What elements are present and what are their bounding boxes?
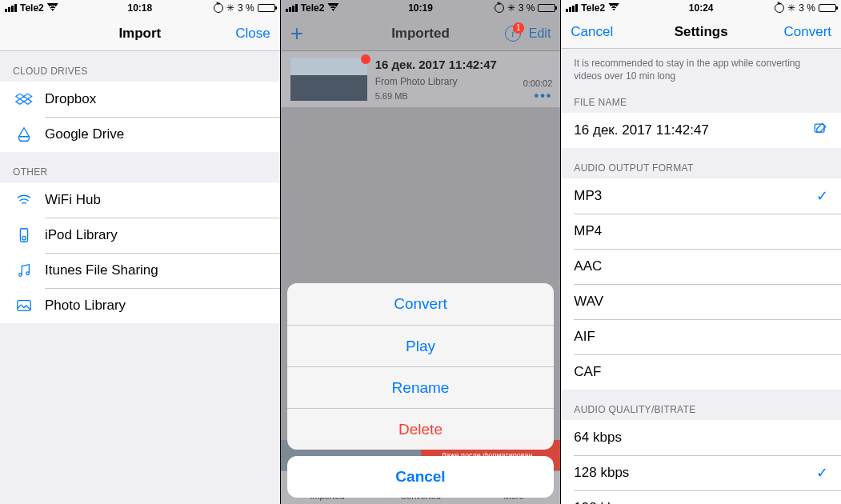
convert-button[interactable]: Convert <box>774 24 841 40</box>
signal-bars-icon <box>566 4 578 12</box>
bitrate-192-kbps[interactable]: 192 kbps <box>561 490 841 504</box>
file-name-value: 16 дек. 2017 11:42:47 <box>574 122 709 138</box>
row-label: iPod Library <box>45 227 118 243</box>
format-mp4[interactable]: MP4 <box>561 214 841 249</box>
source-wifi-hub[interactable]: WiFi Hub <box>0 182 280 218</box>
edit-icon[interactable] <box>812 121 828 141</box>
rotation-lock-icon <box>775 3 784 13</box>
source-photo-library[interactable]: Photo Library <box>0 288 280 323</box>
section-other: OTHER <box>0 152 280 182</box>
row-label: Dropbox <box>45 91 96 107</box>
source-dropbox[interactable]: Dropbox <box>0 82 280 117</box>
battery-pct: 3 % <box>238 2 254 14</box>
checkmark-icon: ✓ <box>816 187 828 205</box>
gdrive-icon <box>13 126 35 143</box>
battery-icon <box>819 4 836 12</box>
status-bar: Tele2 10:24 ✳︎ 3 % <box>561 0 841 15</box>
dropbox-icon <box>13 90 35 108</box>
row-label: Google Drive <box>45 126 124 142</box>
format-label: MP4 <box>574 223 602 239</box>
video-thumbnail <box>290 58 367 101</box>
format-wav[interactable]: WAV <box>561 284 841 319</box>
section-bitrate: AUDIO QUALITY/BITRATE <box>561 390 841 420</box>
bluetooth-icon: ✳︎ <box>787 2 795 14</box>
source-google-drive[interactable]: Google Drive <box>0 117 280 152</box>
status-bar: Tele2 10:18 ✳︎ 3 % <box>0 0 280 16</box>
format-label: AAC <box>574 258 602 274</box>
section-cloud-drives: CLOUD DRIVES <box>0 51 280 82</box>
bitrate-label: 64 kbps <box>574 430 622 446</box>
page-title: Import <box>118 26 161 42</box>
bitrate-128-kbps[interactable]: 128 kbps✓ <box>561 455 841 490</box>
nav-bar: Import Close <box>0 16 280 51</box>
svg-point-3 <box>26 272 30 275</box>
bluetooth-icon: ✳︎ <box>226 2 234 14</box>
rotation-lock-icon <box>214 3 223 13</box>
format-caf[interactable]: CAF <box>561 354 841 390</box>
section-file-name: FILE NAME <box>561 82 841 113</box>
file-item[interactable]: 16 дек. 2017 11:42:47 From Photo Library… <box>281 51 561 107</box>
sheet-play[interactable]: Play <box>287 325 555 366</box>
format-label: WAV <box>574 294 603 310</box>
battery-pct: 3 % <box>519 2 535 14</box>
sheet-delete[interactable]: Delete <box>287 408 555 450</box>
carrier-label: Tele2 <box>581 2 605 14</box>
more-button[interactable]: ••• <box>535 89 553 103</box>
screen-imported: Tele2 10:19 ✳︎ 3 % + Imported i 1 Edit 1… <box>281 0 561 504</box>
wifi-icon <box>47 2 58 14</box>
file-size: 5.69 MB <box>375 91 408 101</box>
rotation-lock-icon <box>495 3 504 13</box>
wifi-icon <box>608 2 619 14</box>
file-duration: 0:00:02 <box>523 78 553 88</box>
format-aif[interactable]: AIF <box>561 319 841 354</box>
bitrate-64-kbps[interactable]: 64 kbps <box>561 420 841 455</box>
battery-icon <box>538 4 555 12</box>
edit-button[interactable]: Edit <box>529 26 551 41</box>
section-audio-format: AUDIO OUTPUT FORMAT <box>561 148 841 178</box>
source-ipod-library[interactable]: iPod Library <box>0 218 280 253</box>
cancel-button[interactable]: Cancel <box>561 24 623 40</box>
file-name-row[interactable]: 16 дек. 2017 11:42:47 <box>561 113 841 148</box>
source-itunes-file-sharing[interactable]: Itunes File Sharing <box>0 253 280 288</box>
nav-bar: Cancel Settings Convert <box>561 15 841 49</box>
close-button[interactable]: Close <box>226 26 279 42</box>
info-button[interactable]: i 1 <box>505 26 521 42</box>
format-label: MP3 <box>574 188 602 204</box>
row-label: WiFi Hub <box>45 192 101 208</box>
format-mp3[interactable]: MP3✓ <box>561 178 841 214</box>
format-aac[interactable]: AAC <box>561 249 841 284</box>
battery-pct: 3 % <box>799 2 815 14</box>
status-bar: Tele2 10:19 ✳︎ 3 % <box>281 0 561 16</box>
format-label: AIF <box>574 329 595 345</box>
action-sheet: Convert Play Rename Delete Cancel <box>287 283 555 498</box>
signal-bars-icon <box>286 4 298 12</box>
screen-settings: Tele2 10:24 ✳︎ 3 % Cancel Settings Conve… <box>561 0 841 504</box>
wifi-icon <box>327 2 338 14</box>
signal-bars-icon <box>5 4 17 12</box>
ipod-icon <box>13 226 35 244</box>
carrier-label: Tele2 <box>301 2 325 14</box>
bitrate-label: 192 kbps <box>574 500 629 504</box>
screen-import: Tele2 10:18 ✳︎ 3 % Import Close CLOUD DR… <box>0 0 280 504</box>
svg-rect-5 <box>815 124 824 132</box>
wifi-hub-icon <box>13 191 35 209</box>
carrier-label: Tele2 <box>20 2 44 14</box>
bluetooth-icon: ✳︎ <box>507 2 515 14</box>
photo-icon <box>13 297 35 314</box>
sheet-cancel[interactable]: Cancel <box>287 456 555 498</box>
row-label: Itunes File Sharing <box>45 262 158 278</box>
music-note-icon <box>13 262 35 279</box>
svg-point-1 <box>22 236 26 240</box>
checkmark-icon: ✓ <box>816 464 828 482</box>
row-label: Photo Library <box>45 298 126 314</box>
add-button[interactable]: + <box>290 21 303 46</box>
sheet-convert[interactable]: Convert <box>287 283 555 325</box>
bitrate-label: 128 kbps <box>574 465 629 481</box>
format-label: CAF <box>574 364 601 380</box>
battery-icon <box>258 4 275 12</box>
sheet-rename[interactable]: Rename <box>287 366 555 408</box>
info-badge: 1 <box>513 22 524 34</box>
page-title: Imported <box>391 26 450 42</box>
nav-bar: + Imported i 1 Edit <box>281 16 561 51</box>
conversion-note: It is recommended to stay in the app whi… <box>561 49 841 82</box>
